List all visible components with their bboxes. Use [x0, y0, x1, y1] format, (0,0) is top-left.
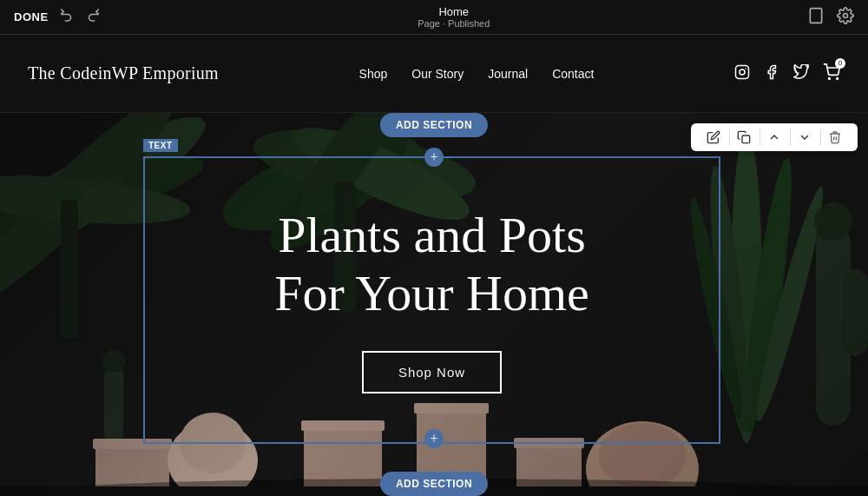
add-content-bottom-button[interactable]: +	[424, 429, 444, 448]
instagram-icon[interactable]	[734, 64, 750, 83]
nav-our-story[interactable]: Our Story	[411, 67, 464, 81]
editor-toolbar: DONE Home Page · Published	[0, 0, 868, 35]
delete-button[interactable]	[820, 129, 849, 146]
redo-button[interactable]	[85, 8, 101, 27]
site-logo: The CodeinWP Emporium	[28, 63, 219, 83]
tablet-view-button[interactable]	[807, 7, 825, 28]
move-up-button[interactable]	[760, 129, 788, 146]
svg-point-2	[843, 13, 847, 17]
nav-shop[interactable]: Shop	[359, 67, 388, 81]
nav-contact[interactable]: Contact	[552, 67, 594, 81]
hero-section: ADD SECTION TEXT + Plants and Pots For Y…	[0, 113, 868, 496]
text-label: TEXT	[143, 139, 178, 152]
edit-button[interactable]	[700, 129, 727, 146]
settings-button[interactable]	[837, 7, 854, 28]
add-section-bottom-button[interactable]: ADD SECTION	[380, 472, 488, 496]
undo-button[interactable]	[59, 8, 75, 27]
page-title: Home	[418, 5, 490, 18]
hero-content: Plants and Pots For Your Home Shop Now	[143, 156, 720, 444]
done-button[interactable]: DONE	[14, 10, 49, 23]
site-nav: Shop Our Story Journal Contact	[359, 67, 595, 81]
toolbar-right	[807, 7, 854, 28]
shop-now-button[interactable]: Shop Now	[362, 351, 502, 393]
cart-badge: 0	[835, 58, 845, 69]
add-section-bottom-area: ADD SECTION	[380, 472, 488, 496]
svg-point-7	[837, 77, 838, 79]
toolbar-center: Home Page · Published	[418, 5, 490, 29]
section-edit-toolbar	[691, 123, 858, 151]
facebook-icon[interactable]	[764, 64, 779, 83]
add-section-top-area: ADD SECTION	[380, 113, 488, 137]
add-section-top-button[interactable]: ADD SECTION	[380, 113, 488, 137]
site-social: 0	[734, 63, 840, 84]
svg-rect-0	[810, 8, 821, 23]
hero-title: Plants and Pots For Your Home	[274, 207, 589, 322]
svg-rect-3	[735, 65, 748, 78]
page-subtitle: Page · Published	[418, 18, 490, 29]
cart-icon[interactable]: 0	[823, 63, 840, 84]
twitter-icon[interactable]	[793, 64, 809, 83]
nav-journal[interactable]: Journal	[488, 67, 528, 81]
toolbar-left: DONE	[14, 8, 101, 27]
duplicate-button[interactable]	[729, 129, 758, 146]
move-down-button[interactable]	[790, 129, 819, 146]
svg-rect-44	[742, 136, 750, 143]
svg-point-5	[745, 68, 746, 69]
add-content-top-button[interactable]: +	[424, 148, 444, 167]
svg-point-4	[740, 69, 745, 75]
svg-point-6	[829, 77, 831, 79]
site-header: The CodeinWP Emporium Shop Our Story Jou…	[0, 35, 868, 113]
